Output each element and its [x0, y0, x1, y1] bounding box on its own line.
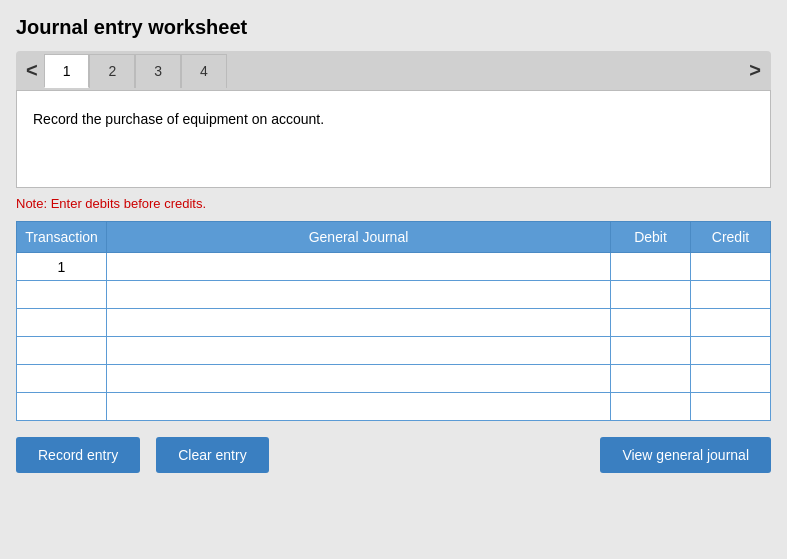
cell-credit-1[interactable]: [691, 281, 771, 309]
cell-debit-1[interactable]: [611, 281, 691, 309]
page-title: Journal entry worksheet: [16, 16, 771, 39]
cell-journal-0[interactable]: [107, 253, 611, 281]
table-header: Transaction General Journal Debit Credit: [17, 222, 771, 253]
input-credit-1[interactable]: [691, 281, 770, 308]
tab-3[interactable]: 3: [135, 54, 181, 88]
journal-table: Transaction General Journal Debit Credit…: [16, 221, 771, 421]
cell-transaction-3: [17, 337, 107, 365]
input-debit-0[interactable]: [611, 253, 690, 280]
clear-entry-button[interactable]: Clear entry: [156, 437, 268, 473]
input-journal-0[interactable]: [107, 253, 610, 280]
cell-transaction-2: [17, 309, 107, 337]
cell-debit-4[interactable]: [611, 365, 691, 393]
input-journal-1[interactable]: [107, 281, 610, 308]
input-journal-4[interactable]: [107, 365, 610, 392]
cell-credit-5[interactable]: [691, 393, 771, 421]
cell-transaction-1: [17, 281, 107, 309]
tabs-list: 1234: [44, 54, 744, 88]
input-credit-2[interactable]: [691, 309, 770, 336]
view-general-journal-button[interactable]: View general journal: [600, 437, 771, 473]
tab-1[interactable]: 1: [44, 54, 90, 88]
cell-debit-5[interactable]: [611, 393, 691, 421]
input-debit-4[interactable]: [611, 365, 690, 392]
col-header-journal: General Journal: [107, 222, 611, 253]
table-row: [17, 281, 771, 309]
cell-transaction-5: [17, 393, 107, 421]
cell-credit-2[interactable]: [691, 309, 771, 337]
cell-journal-1[interactable]: [107, 281, 611, 309]
input-journal-5[interactable]: [107, 393, 610, 420]
cell-credit-3[interactable]: [691, 337, 771, 365]
prev-arrow[interactable]: <: [20, 51, 44, 90]
instruction-text: Record the purchase of equipment on acco…: [33, 111, 754, 171]
cell-credit-0[interactable]: [691, 253, 771, 281]
cell-journal-4[interactable]: [107, 365, 611, 393]
input-journal-2[interactable]: [107, 309, 610, 336]
table-row: [17, 337, 771, 365]
cell-transaction-4: [17, 365, 107, 393]
buttons-row: Record entry Clear entry View general jo…: [16, 437, 771, 473]
col-header-debit: Debit: [611, 222, 691, 253]
input-debit-1[interactable]: [611, 281, 690, 308]
input-credit-4[interactable]: [691, 365, 770, 392]
table-row: [17, 365, 771, 393]
col-header-credit: Credit: [691, 222, 771, 253]
table-row: [17, 393, 771, 421]
cell-debit-2[interactable]: [611, 309, 691, 337]
input-credit-3[interactable]: [691, 337, 770, 364]
record-entry-button[interactable]: Record entry: [16, 437, 140, 473]
tabs-container: < 1234 >: [16, 51, 771, 90]
table-row: [17, 309, 771, 337]
cell-debit-0[interactable]: [611, 253, 691, 281]
input-debit-3[interactable]: [611, 337, 690, 364]
cell-journal-3[interactable]: [107, 337, 611, 365]
cell-journal-5[interactable]: [107, 393, 611, 421]
input-journal-3[interactable]: [107, 337, 610, 364]
next-arrow[interactable]: >: [743, 51, 767, 90]
cell-transaction-0: 1: [17, 253, 107, 281]
input-debit-2[interactable]: [611, 309, 690, 336]
tab-4[interactable]: 4: [181, 54, 227, 88]
content-area: Record the purchase of equipment on acco…: [16, 90, 771, 188]
table-body: 1: [17, 253, 771, 421]
cell-journal-2[interactable]: [107, 309, 611, 337]
cell-debit-3[interactable]: [611, 337, 691, 365]
col-header-transaction: Transaction: [17, 222, 107, 253]
input-credit-5[interactable]: [691, 393, 770, 420]
cell-credit-4[interactable]: [691, 365, 771, 393]
input-debit-5[interactable]: [611, 393, 690, 420]
table-row: 1: [17, 253, 771, 281]
tab-2[interactable]: 2: [89, 54, 135, 88]
input-credit-0[interactable]: [691, 253, 770, 280]
note-text: Note: Enter debits before credits.: [16, 196, 771, 211]
